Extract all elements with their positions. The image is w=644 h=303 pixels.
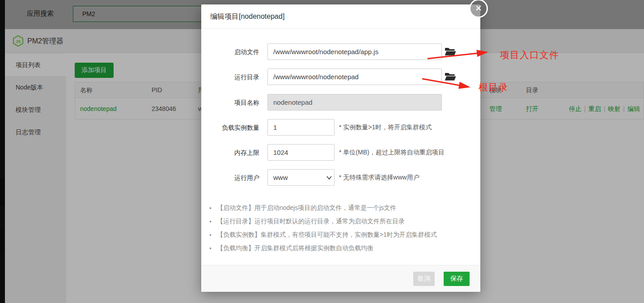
run-dir-browse-button[interactable] xyxy=(445,72,456,82)
instances-label: 负载实例数量 xyxy=(206,124,259,132)
project-name-input xyxy=(267,94,442,111)
note-load-balance: • 【负载均衡】开启集群模式后将根据实例数自动负载均衡 xyxy=(209,242,476,255)
project-name-label: 项目名称 xyxy=(206,99,259,107)
memory-limit-label: 内存上限 xyxy=(206,149,259,157)
cancel-button[interactable]: 取消 xyxy=(413,272,435,286)
edit-project-modal: 编辑项目[nodenotepad] 启动文件 运行目录 项目名称 负载实例数量 … xyxy=(201,4,480,292)
start-file-input[interactable] xyxy=(267,43,442,60)
close-icon[interactable]: ✕ xyxy=(469,0,488,18)
run-user-hint: * 无特殊需求请选择www用户 xyxy=(339,174,419,182)
run-user-select[interactable]: www xyxy=(267,169,335,186)
note-run-dir: • 【运行目录】运行项目时默认的运行目录，通常为启动文件所在目录 xyxy=(209,215,476,228)
run-dir-label: 运行目录 xyxy=(206,73,259,81)
modal-footer: 取消 保存 xyxy=(201,265,480,292)
note-start-file: • 【启动文件】用于启动nodejs项目的启动文件，通常是一个js文件 xyxy=(209,201,476,215)
start-file-label: 启动文件 xyxy=(206,48,259,56)
save-button[interactable]: 保存 xyxy=(444,272,470,286)
start-file-browse-button[interactable] xyxy=(445,47,456,57)
run-dir-input[interactable] xyxy=(267,68,442,85)
memory-limit-hint: * 单位(MB)，超过上限将自动重启项目 xyxy=(339,149,445,157)
instances-input[interactable] xyxy=(267,119,335,136)
note-instances: • 【负载实例数】集群模式，有些项目可能不支持，实例数量>1时为开启集群模式 xyxy=(209,228,476,242)
memory-limit-input[interactable] xyxy=(267,144,335,161)
instances-hint: * 实例数量>1时，将开启集群模式 xyxy=(339,124,432,132)
folder-open-icon xyxy=(445,72,456,81)
run-user-label: 运行用户 xyxy=(206,174,259,182)
folder-open-icon xyxy=(445,47,456,56)
modal-title: 编辑项目[nodenotepad] xyxy=(201,4,480,29)
